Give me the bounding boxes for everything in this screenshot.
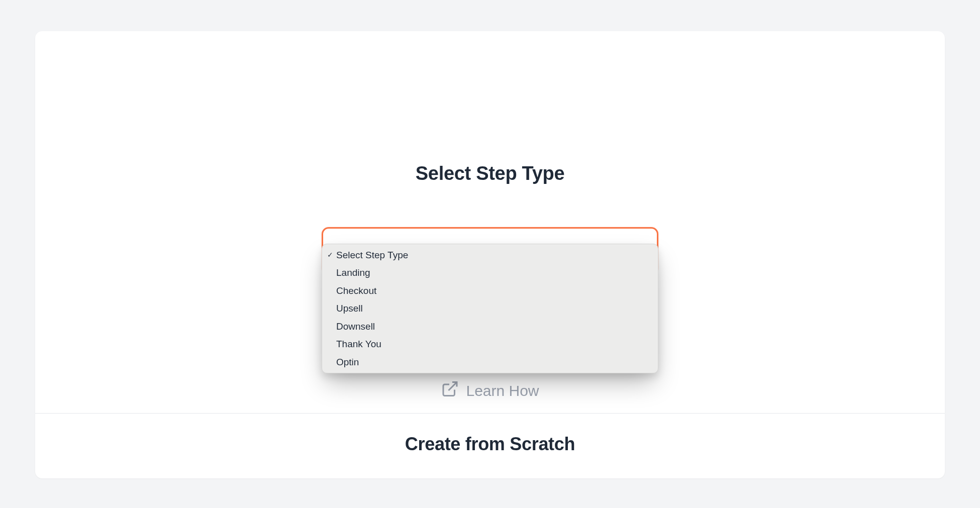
dropdown-option-optin[interactable]: ✓ Optin [322,353,658,371]
dropdown-option-label: Thank You [336,337,381,351]
learn-how-link[interactable]: Learn How [441,380,539,401]
step-type-dropdown: ✓ Select Step Type ✓ Landing ✓ Checkout … [322,244,658,373]
dropdown-option-landing[interactable]: ✓ Landing [322,264,658,281]
dropdown-option-label: Select Step Type [336,248,408,262]
dropdown-option-placeholder[interactable]: ✓ Select Step Type [322,246,658,264]
dropdown-option-label: Upsell [336,301,363,316]
learn-how-label: Learn How [466,382,539,399]
create-from-scratch-section: Create from Scratch [35,414,945,478]
dropdown-option-upsell[interactable]: ✓ Upsell [322,299,658,317]
dropdown-option-thank-you[interactable]: ✓ Thank You [322,335,658,353]
create-from-scratch-title: Create from Scratch [405,434,575,455]
dropdown-option-label: Downsell [336,319,375,334]
select-step-section: Select Step Type ✓ Select Step Type ✓ La… [35,31,945,413]
dropdown-option-label: Optin [336,355,359,369]
dropdown-option-label: Landing [336,265,370,280]
checkmark-icon: ✓ [327,250,335,261]
main-card: Select Step Type ✓ Select Step Type ✓ La… [35,31,945,478]
dropdown-option-label: Checkout [336,283,376,298]
external-link-icon [441,380,459,401]
svg-line-0 [448,382,457,391]
page-title: Select Step Type [416,163,565,184]
dropdown-option-downsell[interactable]: ✓ Downsell [322,318,658,335]
dropdown-option-checkout[interactable]: ✓ Checkout [322,282,658,299]
